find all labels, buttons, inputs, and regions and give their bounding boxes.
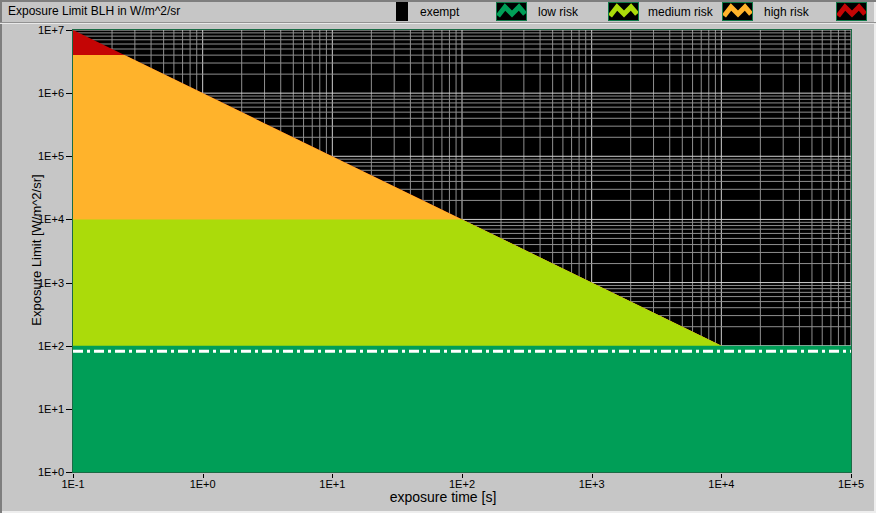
- y-tick-label: 1E+7: [14, 24, 64, 36]
- x-tick-label: 1E+4: [691, 478, 751, 490]
- legend-icon-medium-risk[interactable]: [722, 2, 753, 21]
- x-tick-mark: [73, 474, 74, 478]
- zigzag-wave-glyph: [838, 7, 865, 16]
- y-tick-mark: [66, 30, 72, 31]
- legend-icon-exempt[interactable]: [496, 2, 527, 21]
- y-tick-label: 1E+6: [14, 87, 64, 99]
- x-tick-mark: [851, 474, 852, 478]
- y-tick-mark: [66, 283, 72, 284]
- chart-title: Exposure Limit BLH in W/m^2/sr: [8, 4, 180, 18]
- y-tick-mark: [66, 93, 72, 94]
- y-tick-label: 1E+1: [14, 403, 64, 415]
- zigzag-wave-glyph: [724, 7, 751, 16]
- legend-label-low-risk[interactable]: low risk: [538, 5, 578, 19]
- x-tick-label: 1E+5: [821, 478, 876, 490]
- x-tick-mark: [332, 474, 333, 478]
- y-tick-mark: [66, 472, 72, 473]
- x-tick-mark: [592, 474, 593, 478]
- y-tick-label: 1E+0: [14, 466, 64, 478]
- y-tick-label: 1E+2: [14, 340, 64, 352]
- plot-area[interactable]: [72, 29, 852, 473]
- y-tick-mark: [66, 156, 72, 157]
- legend-icon-low-risk[interactable]: [608, 2, 639, 21]
- legend-edge: [396, 2, 408, 21]
- y-tick-mark: [66, 219, 72, 220]
- front-panel: Exposure Limit BLH in W/m^2/sr exemptlow…: [0, 0, 876, 513]
- x-axis-title: exposure time [s]: [293, 489, 593, 505]
- x-tick-mark: [203, 474, 204, 478]
- zigzag-wave-glyph: [610, 7, 637, 16]
- legend-label-high-risk[interactable]: high risk: [764, 5, 809, 19]
- x-tick-mark: [462, 474, 463, 478]
- legend-label-exempt[interactable]: exempt: [420, 5, 459, 19]
- y-axis-title: Exposure Limit [W/m^2/sr]: [29, 174, 44, 325]
- x-tick-label: 1E-1: [43, 478, 103, 490]
- y-tick-mark: [66, 346, 72, 347]
- x-tick-label: 1E+0: [173, 478, 233, 490]
- x-tick-mark: [721, 474, 722, 478]
- legend-label-medium-risk[interactable]: medium risk: [648, 5, 713, 19]
- header-divider-highlight: [0, 23, 876, 24]
- legend-icon-high-risk[interactable]: [836, 2, 867, 21]
- zigzag-wave-glyph: [498, 7, 525, 16]
- y-tick-mark: [66, 409, 72, 410]
- y-tick-label: 1E+5: [14, 150, 64, 162]
- series-fill-exempt: [73, 346, 851, 472]
